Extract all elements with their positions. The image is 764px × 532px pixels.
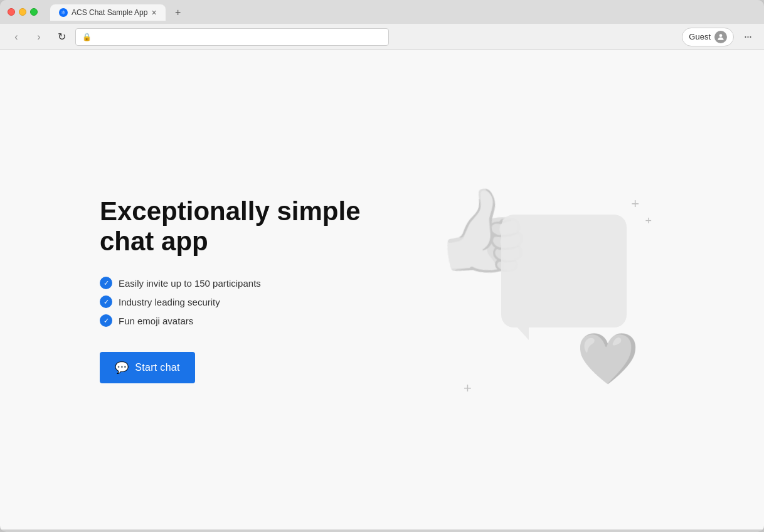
feature-item-1: ✓ Easily invite up to 150 participants xyxy=(100,277,363,289)
heart-icon: 🩶 xyxy=(576,334,639,384)
chat-icon: 💬 xyxy=(115,361,129,375)
feature-item-2: ✓ Industry leading security xyxy=(100,295,363,308)
new-tab-button[interactable]: + xyxy=(169,4,187,21)
check-icon-1: ✓ xyxy=(100,277,112,289)
plus-decoration-2: + xyxy=(645,215,652,228)
minimize-traffic-light[interactable] xyxy=(19,8,26,16)
hero-illustration: 👍 🩶 + + + xyxy=(401,177,664,403)
guest-profile-button[interactable]: Guest xyxy=(682,28,734,46)
refresh-button[interactable]: ↻ xyxy=(53,28,70,46)
browser-window: ⚛ ACS Chat Sample App × + ‹ › ↻ 🔒 Guest xyxy=(0,0,764,532)
feature-text-1: Easily invite up to 150 participants xyxy=(119,278,261,289)
lock-icon: 🔒 xyxy=(82,33,92,41)
feature-text-3: Fun emoji avatars xyxy=(119,316,193,326)
browser-toolbar: ‹ › ↻ 🔒 Guest ··· xyxy=(0,24,764,50)
content-wrapper: Exceptionally simple chat app ✓ Easily i… xyxy=(100,177,664,403)
left-content: Exceptionally simple chat app ✓ Easily i… xyxy=(100,196,363,384)
guest-avatar xyxy=(714,31,727,43)
maximize-traffic-light[interactable] xyxy=(30,8,38,16)
tab-close-btn[interactable]: × xyxy=(151,8,156,17)
start-chat-label: Start chat xyxy=(135,362,179,373)
plus-decoration-1: + xyxy=(631,196,639,212)
close-traffic-light[interactable] xyxy=(8,8,15,16)
title-bar: ⚛ ACS Chat Sample App × + xyxy=(0,0,764,24)
start-chat-button[interactable]: 💬 Start chat xyxy=(100,352,195,383)
svg-point-0 xyxy=(719,34,723,37)
more-options-button[interactable]: ··· xyxy=(739,28,756,46)
traffic-lights xyxy=(8,8,38,16)
forward-button[interactable]: › xyxy=(30,28,48,46)
tab-favicon: ⚛ xyxy=(59,8,68,17)
tab-bar: ⚛ ACS Chat Sample App × + xyxy=(45,4,192,21)
plus-decoration-3: + xyxy=(464,380,472,396)
check-icon-3: ✓ xyxy=(100,314,112,327)
back-button[interactable]: ‹ xyxy=(8,28,25,46)
tab-title: ACS Chat Sample App xyxy=(72,8,147,17)
page-content: Exceptionally simple chat app ✓ Easily i… xyxy=(0,50,764,529)
feature-text-2: Industry leading security xyxy=(119,297,220,307)
illustration-container: 👍 🩶 + + + xyxy=(413,177,652,403)
toolbar-right: Guest ··· xyxy=(682,28,756,46)
guest-label: Guest xyxy=(689,32,711,41)
address-bar[interactable]: 🔒 xyxy=(75,28,389,46)
check-icon-2: ✓ xyxy=(100,295,112,308)
feature-item-3: ✓ Fun emoji avatars xyxy=(100,314,363,327)
feature-list: ✓ Easily invite up to 150 participants ✓… xyxy=(100,277,363,327)
hero-title: Exceptionally simple chat app xyxy=(100,196,363,257)
active-tab[interactable]: ⚛ ACS Chat Sample App × xyxy=(50,4,166,21)
speech-bubble xyxy=(501,215,627,327)
